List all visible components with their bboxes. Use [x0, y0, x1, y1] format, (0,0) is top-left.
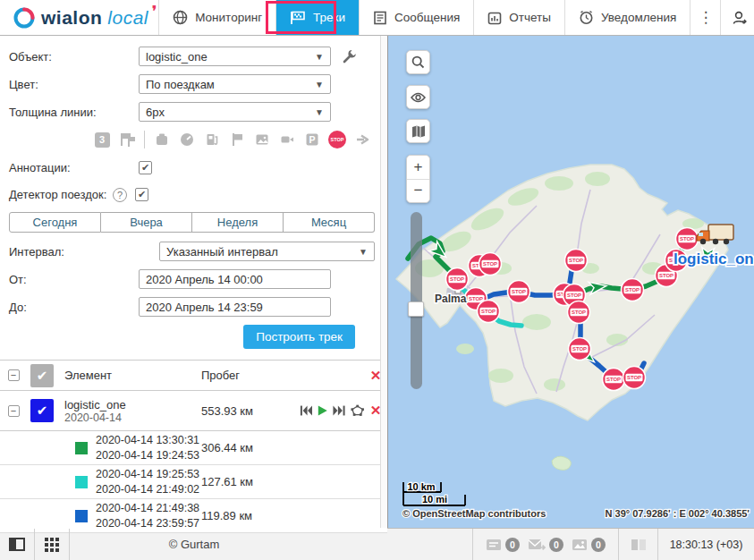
wrench-icon[interactable] — [342, 48, 358, 64]
logo-tick: ❜ — [152, 3, 157, 20]
week-button[interactable]: Неделя — [192, 212, 284, 233]
yesterday-button[interactable]: Вчера — [101, 212, 192, 233]
stop-marker[interactable]: STOP — [676, 228, 699, 250]
log-button[interactable] — [618, 529, 657, 560]
logo-text-local: local — [107, 7, 148, 29]
trip-mileage: 127.61 км — [201, 475, 300, 488]
apps-grid-button[interactable] — [35, 529, 69, 560]
zoom-slider-handle[interactable] — [408, 301, 424, 317]
trip-detector-checkbox[interactable]: ✔ — [135, 188, 148, 201]
collapse-panel-button[interactable] — [0, 529, 34, 560]
events-toggle[interactable] — [151, 130, 173, 149]
stop-marker[interactable]: STOP — [623, 367, 646, 389]
tab-label: Мониторинг — [195, 11, 262, 24]
wialon-logo-icon — [13, 6, 36, 30]
tab-notifications[interactable]: Уведомления — [564, 0, 690, 35]
stop-marker[interactable]: STOP — [565, 250, 588, 272]
help-icon[interactable]: ? — [113, 188, 127, 202]
photo-toggle[interactable] — [251, 130, 273, 149]
search-icon — [411, 55, 425, 69]
play-track-icon[interactable] — [317, 404, 328, 417]
counter-badge: 0 — [549, 538, 563, 552]
stop-marker[interactable]: STOP — [569, 338, 591, 361]
log-book-icon — [631, 539, 647, 551]
zoom-in-button[interactable]: + — [407, 156, 429, 180]
group-markers-toggle[interactable]: 3 — [91, 130, 113, 149]
media-counter[interactable]: 0 — [572, 538, 606, 552]
interval-select-value: Указанный интервал — [166, 245, 278, 259]
from-input[interactable] — [139, 269, 331, 289]
trip-color-swatch — [75, 442, 88, 454]
tab-monitoring[interactable]: Мониторинг — [158, 0, 275, 35]
skip-to-end-icon[interactable] — [333, 404, 345, 417]
stop-marker[interactable]: STOP — [446, 268, 469, 291]
object-select[interactable]: logistic_one▼ — [139, 47, 331, 66]
stop-marker-label: STOP — [606, 377, 621, 382]
interval-select[interactable]: Указанный интервал▼ — [159, 242, 375, 261]
track-visibility-checkbox[interactable]: ✔ — [30, 399, 54, 422]
annotations-label: Аннотации: — [9, 161, 139, 174]
panel-scrollbar[interactable] — [380, 36, 387, 528]
top-navbar: wialonlocal❜ Мониторинг Треки — [0, 0, 754, 36]
counter-badge: 0 — [591, 538, 606, 552]
zoom-control: + − — [406, 155, 430, 203]
stop-marker[interactable]: STOP — [622, 279, 644, 301]
tab-messages[interactable]: Сообщения — [359, 0, 473, 35]
parking-toggle[interactable]: P — [301, 130, 323, 149]
map-search-button[interactable] — [406, 50, 430, 74]
map[interactable]: STOPSTOPSTOPSTOPSTOPSTOPSTOPSTOPSTOPSTOP… — [388, 36, 754, 528]
line-width-select[interactable]: 6px▼ — [139, 102, 331, 122]
map-layers-button[interactable] — [406, 119, 430, 143]
to-input[interactable] — [139, 297, 331, 317]
color-select[interactable]: По поездкам▼ — [139, 74, 331, 94]
stop-marker[interactable]: STOP — [479, 253, 502, 276]
stop-marker-label: STOP — [567, 293, 581, 298]
stops-toggle-active[interactable]: STOP — [326, 130, 348, 149]
flags-toggle[interactable] — [116, 130, 138, 149]
flag-toggle[interactable] — [226, 130, 248, 149]
chevron-down-icon: ▼ — [315, 107, 324, 117]
fuel-toggle[interactable] — [201, 130, 223, 149]
trip-segment-row[interactable]: 2020-04-14 13:30:31 2020-04-14 19:24:53 … — [0, 431, 387, 465]
map-visibility-button[interactable] — [406, 85, 430, 109]
speed-limit-toggle[interactable] — [176, 130, 198, 149]
marker-count-badge: 3 — [95, 132, 110, 148]
trip-start-time: 2020-04-14 21:49:38 — [96, 501, 201, 516]
counter-badge: 0 — [505, 538, 520, 552]
tab-tracks[interactable]: Треки — [275, 0, 359, 35]
user-menu[interactable]: user — [720, 0, 754, 35]
today-button[interactable]: Сегодня — [9, 212, 101, 233]
tab-label: Треки — [313, 11, 345, 24]
chevron-down-icon: ▼ — [315, 80, 324, 89]
video-toggle[interactable] — [276, 130, 298, 149]
more-menu-button[interactable]: ⋮ — [690, 0, 720, 35]
track-row[interactable]: − ✔ logistic_one 2020-04-14 553.93 км ✕ — [0, 391, 387, 431]
collapse-all-toggle[interactable]: − — [8, 369, 20, 381]
driver-messages-counter[interactable]: 0 — [486, 538, 520, 552]
arrow-toggle[interactable] — [352, 130, 373, 149]
parking-icon: P — [304, 132, 320, 148]
zoom-out-button[interactable]: − — [407, 180, 429, 203]
photo-icon — [572, 539, 588, 551]
month-button[interactable]: Месяц — [284, 212, 375, 233]
annotations-checkbox[interactable]: ✔ — [139, 161, 152, 174]
build-track-button[interactable]: Построить трек — [243, 325, 355, 349]
zoom-slider[interactable] — [411, 212, 422, 389]
track-geometry-icon[interactable] — [351, 403, 364, 418]
chevron-down-icon: ▼ — [315, 52, 324, 62]
tab-reports[interactable]: Отчеты — [473, 0, 564, 35]
stop-marker[interactable]: STOP — [478, 301, 500, 323]
stop-marker[interactable]: STOP — [508, 281, 530, 303]
stop-marker[interactable]: STOP — [568, 301, 590, 324]
trip-segment-row[interactable]: 2020-04-14 19:25:53 2020-04-14 21:49:02 … — [0, 465, 387, 499]
stop-marker[interactable]: STOP — [603, 369, 625, 391]
line-width-label: Толщина линии: — [9, 106, 139, 119]
skip-to-start-icon[interactable] — [300, 404, 312, 417]
video-camera-icon — [279, 132, 295, 148]
sms-counter[interactable]: 0 — [528, 538, 563, 552]
collapse-row-toggle[interactable]: − — [8, 405, 20, 417]
reports-icon — [487, 11, 502, 25]
mileage-column-header: Пробег — [201, 369, 240, 382]
select-all-checkbox[interactable]: ✔ — [30, 364, 54, 387]
logo-text-wialon: wialon — [41, 7, 102, 29]
